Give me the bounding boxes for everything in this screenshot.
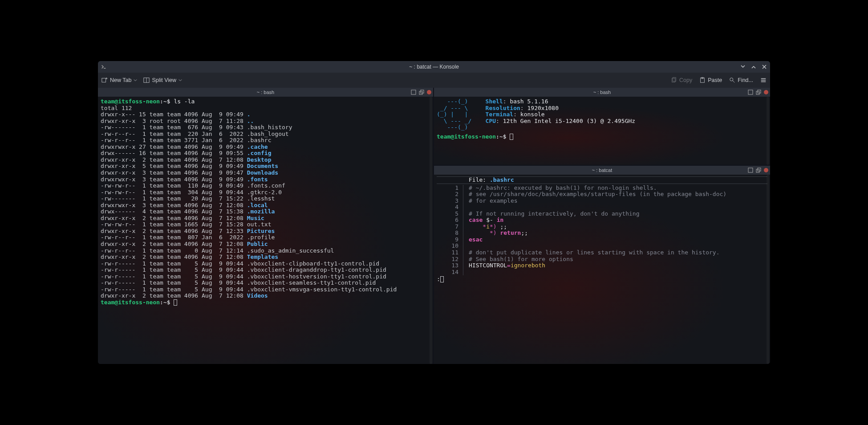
paste-button[interactable]: Paste [699, 77, 722, 83]
maximize-button[interactable] [750, 64, 757, 70]
close-pane-icon[interactable] [764, 90, 768, 94]
scrollbar[interactable] [430, 97, 432, 364]
pane-right: ~ : bash ---(_) Shell: bash 5.1.16 _/ --… [434, 88, 770, 364]
copy-button[interactable]: Copy [671, 77, 692, 83]
split-view-label: Split View [152, 77, 176, 83]
close-pane-icon[interactable] [764, 168, 768, 172]
window-title: ~ : batcat — Konsole [409, 64, 459, 70]
titlebar: ~ : batcat — Konsole [98, 61, 770, 73]
maximize-pane-icon[interactable] [411, 90, 416, 95]
svg-rect-13 [411, 90, 416, 94]
svg-line-9 [733, 81, 734, 82]
terminal-left[interactable]: team@itsfoss-neon:~$ ls -latotal 112drwx… [98, 97, 433, 364]
pane-right-bot-title: ~ : batcat [592, 168, 612, 173]
find-label: Find... [738, 77, 753, 83]
maximize-pane-icon[interactable] [748, 168, 753, 173]
split-view-button[interactable]: Split View [143, 77, 182, 83]
paste-label: Paste [708, 77, 722, 83]
new-tab-button[interactable]: New Tab [101, 77, 137, 83]
minimize-button[interactable] [740, 64, 746, 70]
maximize-pane-icon[interactable] [748, 90, 753, 95]
find-button[interactable]: Find... [729, 77, 753, 83]
terminal-right-bot[interactable]: File: .bashrc1# ~/.bashrc: executed by b… [434, 175, 770, 364]
new-tab-label: New Tab [110, 77, 131, 83]
detach-pane-icon[interactable] [756, 90, 761, 95]
pane-left-header: ~ : bash [98, 88, 433, 97]
pane-right-top-title: ~ : bash [593, 90, 611, 95]
svg-rect-1 [102, 78, 106, 82]
detach-pane-icon[interactable] [756, 168, 761, 173]
pane-left-title: ~ : bash [257, 90, 274, 95]
detach-pane-icon[interactable] [419, 90, 424, 95]
svg-point-8 [730, 78, 733, 81]
svg-rect-16 [748, 90, 753, 94]
app-menu-icon[interactable] [101, 64, 107, 70]
split-container: ~ : bash team@itsfoss-neon:~$ ls -latota… [98, 88, 770, 364]
close-pane-icon[interactable] [427, 90, 431, 94]
pane-left: ~ : bash team@itsfoss-neon:~$ ls -latota… [98, 88, 434, 364]
scrollbar[interactable] [767, 175, 769, 364]
konsole-window: ~ : batcat — Konsole New Tab Split View … [98, 61, 770, 364]
terminal-right-top[interactable]: ---(_) Shell: bash 5.1.16 _/ --- \ Resol… [434, 97, 770, 165]
copy-label: Copy [679, 77, 692, 83]
pane-right-bot-header: ~ : batcat [434, 166, 770, 175]
svg-rect-0 [104, 68, 105, 69]
pane-right-top-header: ~ : bash [434, 88, 770, 97]
svg-rect-19 [748, 168, 753, 172]
toolbar: New Tab Split View Copy Paste Find... [98, 73, 770, 88]
close-button[interactable] [761, 64, 767, 70]
hamburger-menu[interactable] [760, 77, 767, 83]
scrollbar[interactable] [767, 97, 769, 165]
